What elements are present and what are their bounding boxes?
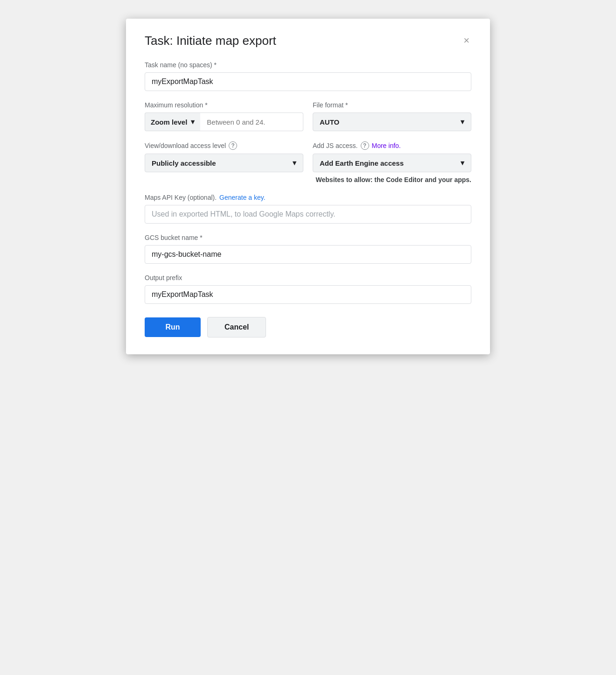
button-row: Run Cancel [145, 317, 471, 338]
maps-api-input[interactable] [145, 205, 471, 224]
js-access-dropdown-wrapper: Add Earth Engine access ▾ Add Earth Engi… [313, 154, 471, 172]
access-label-row: View/download access level ? [145, 141, 303, 150]
resolution-row: Zoom level ▾ [145, 112, 303, 131]
cancel-button[interactable]: Cancel [207, 317, 266, 338]
max-resolution-group: Maximum resolution Zoom level ▾ [145, 101, 303, 131]
access-level-dropdown-wrapper: Publicly accessible ▾ Publicly accessibl… [145, 154, 303, 172]
dialog: Task: Initiate map export × Task name (n… [126, 19, 490, 354]
maps-api-label: Maps API Key (optional). [145, 194, 217, 201]
gcs-bucket-label: GCS bucket name [145, 234, 471, 241]
close-button[interactable]: × [462, 34, 471, 48]
file-format-dropdown-wrapper: AUTO ▾ AUTO PNG JPEG [313, 112, 471, 131]
gcs-bucket-field-group: GCS bucket name [145, 234, 471, 264]
js-access-col: Add JS access. ? More info. Add Earth En… [313, 141, 471, 172]
run-button[interactable]: Run [145, 317, 201, 337]
dialog-title: Task: Initiate map export [145, 34, 276, 48]
js-access-label: Add JS access. [313, 142, 358, 149]
zoom-level-dropdown-button[interactable]: Zoom level ▾ [145, 112, 200, 131]
access-level-help-icon[interactable]: ? [229, 141, 237, 150]
maps-api-field-group: Maps API Key (optional). Generate a key. [145, 194, 471, 224]
resolution-value-input[interactable] [200, 112, 303, 131]
task-name-input[interactable] [145, 72, 471, 91]
file-format-group: File format AUTO ▾ AUTO PNG JPEG [313, 101, 471, 131]
access-level-col: View/download access level ? Publicly ac… [145, 141, 303, 172]
output-prefix-field-group: Output prefix [145, 274, 471, 304]
dialog-header: Task: Initiate map export × [145, 34, 471, 48]
close-icon: × [463, 35, 469, 46]
max-resolution-label: Maximum resolution [145, 101, 303, 109]
websites-note: Websites to allow: the Code Editor and y… [145, 176, 471, 183]
more-info-link[interactable]: More info. [372, 142, 401, 149]
zoom-level-label: Zoom level [151, 118, 187, 126]
task-name-label: Task name (no spaces) [145, 61, 471, 69]
generate-key-link[interactable]: Generate a key. [219, 194, 266, 201]
output-prefix-input[interactable] [145, 285, 471, 304]
file-format-label: File format [313, 101, 471, 109]
maps-api-label-row: Maps API Key (optional). Generate a key. [145, 194, 471, 201]
resolution-format-row: Maximum resolution Zoom level ▾ File for… [145, 101, 471, 131]
js-access-label-row: Add JS access. ? More info. [313, 141, 471, 150]
task-name-field-group: Task name (no spaces) [145, 61, 471, 91]
js-access-help-icon[interactable]: ? [361, 141, 369, 150]
gcs-bucket-input[interactable] [145, 245, 471, 264]
access-level-label: View/download access level [145, 142, 226, 149]
access-row: View/download access level ? Publicly ac… [145, 141, 471, 172]
zoom-level-chevron-icon: ▾ [191, 118, 195, 126]
output-prefix-label: Output prefix [145, 274, 471, 281]
